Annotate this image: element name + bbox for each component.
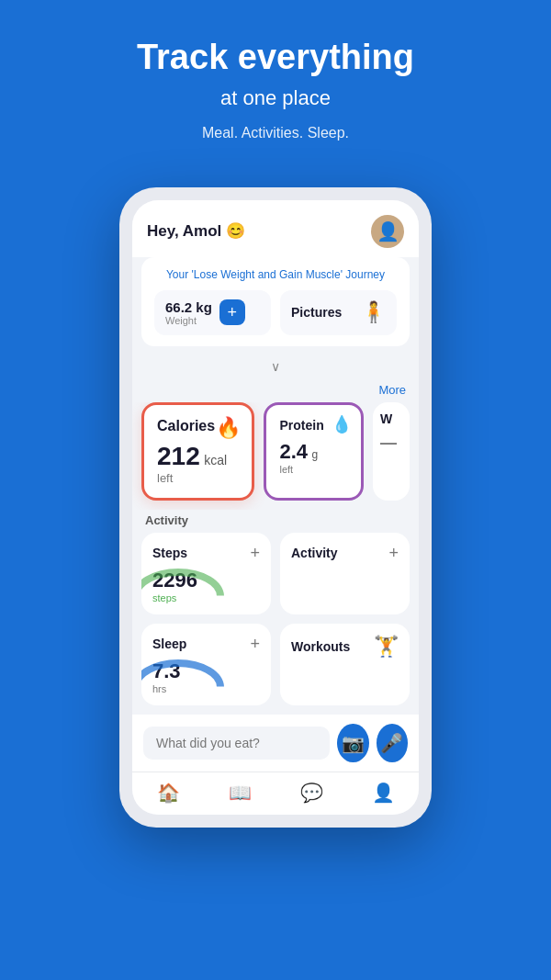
pictures-card[interactable]: Pictures 🧍 (280, 290, 397, 335)
journey-title: Your 'Lose Weight and Gain Muscle' Journ… (154, 268, 397, 281)
protein-card[interactable]: Protein 💧 2.4 g left (264, 402, 364, 501)
workouts-card[interactable]: Workouts 🏋️ (280, 624, 410, 705)
workouts-title: Workouts (291, 639, 350, 654)
journey-card: Your 'Lose Weight and Gain Muscle' Journ… (141, 257, 410, 346)
hero-tagline: Meal. Activities. Sleep. (137, 125, 414, 141)
protein-value: 2.4 (279, 440, 308, 463)
bottom-nav: 🏠 📖 💬 👤 (132, 772, 419, 815)
mic-button[interactable]: 🎤 (377, 724, 409, 762)
chevron-row[interactable]: ∨ (132, 355, 419, 379)
sleep-add-icon[interactable]: + (250, 635, 260, 654)
weight-info: 66.2 kg Weight (165, 299, 212, 326)
camera-button[interactable]: 📷 (337, 724, 369, 762)
workout-icon: 🏋️ (374, 635, 399, 659)
bottom-bar: 📷 🎤 (132, 715, 419, 772)
protein-unit: g (312, 448, 319, 461)
nutrition-row: Calories 🔥 212 kcal left Protein 💧 2.4 g (132, 402, 419, 510)
nav-profile[interactable]: 👤 (372, 782, 395, 804)
book-icon: 📖 (229, 782, 252, 804)
weight-value: 66.2 kg (165, 299, 212, 315)
section-header: More (132, 379, 419, 402)
droplet-icon: 💧 (332, 414, 352, 434)
phone-shell: Hey, Amol 😊 👤 Your 'Lose Weight and Gain… (119, 187, 432, 828)
chat-icon: 💬 (300, 782, 323, 804)
greeting-text: Hey, Amol 😊 (147, 221, 245, 241)
steps-add-icon[interactable]: + (250, 544, 260, 563)
hero-subtitle: at one place (137, 86, 414, 110)
phone-screen: Hey, Amol 😊 👤 Your 'Lose Weight and Gain… (132, 200, 419, 815)
activity-grid: Steps + 2296 steps Activity + (132, 533, 419, 624)
hero-section: Track everything at one place Meal. Acti… (118, 0, 433, 187)
w-dash: — (380, 434, 397, 453)
weight-card: 66.2 kg Weight + (154, 290, 271, 335)
app-header: Hey, Amol 😊 👤 (132, 200, 419, 257)
weight-label: Weight (165, 315, 212, 326)
journey-row: 66.2 kg Weight + Pictures 🧍 (154, 290, 397, 335)
calories-unit: kcal (204, 453, 227, 467)
steps-title: Steps (152, 546, 187, 560)
activity-title: Activity (291, 546, 338, 560)
pictures-label: Pictures (291, 305, 342, 320)
protein-sub: left (279, 464, 348, 475)
home-icon: 🏠 (157, 782, 180, 804)
nav-chat[interactable]: 💬 (300, 782, 323, 804)
profile-icon: 👤 (372, 782, 395, 804)
steps-header: Steps + (152, 544, 260, 563)
sleep-title: Sleep (152, 636, 186, 651)
calories-sub: left (157, 471, 239, 485)
phone-mockup: Hey, Amol 😊 👤 Your 'Lose Weight and Gain… (119, 187, 432, 828)
add-weight-button[interactable]: + (219, 299, 245, 325)
w-label: W (380, 411, 392, 426)
activity-section-label: Activity (132, 510, 419, 533)
sleep-workouts-grid: Sleep + 7.3 hrs Workouts 🏋️ (132, 624, 419, 715)
workouts-header: Workouts 🏋️ (291, 635, 399, 659)
activity-header: Activity + (291, 544, 399, 563)
activity-card[interactable]: Activity + (280, 533, 410, 614)
flame-icon: 🔥 (216, 416, 241, 440)
steps-card[interactable]: Steps + 2296 steps (141, 533, 271, 614)
more-link[interactable]: More (378, 383, 406, 397)
hero-title: Track everything (137, 37, 414, 79)
activity-add-icon[interactable]: + (388, 544, 399, 563)
avatar[interactable]: 👤 (371, 215, 404, 248)
food-input[interactable] (143, 727, 330, 760)
calories-value: 212 (157, 442, 200, 470)
calories-card[interactable]: Calories 🔥 212 kcal left (141, 402, 254, 501)
w-card: W — (373, 402, 410, 501)
body-icon: 🧍 (361, 300, 386, 324)
nav-home[interactable]: 🏠 (157, 782, 180, 804)
sleep-card[interactable]: Sleep + 7.3 hrs (141, 624, 271, 705)
nav-diary[interactable]: 📖 (229, 782, 252, 804)
sleep-header: Sleep + (152, 635, 260, 654)
